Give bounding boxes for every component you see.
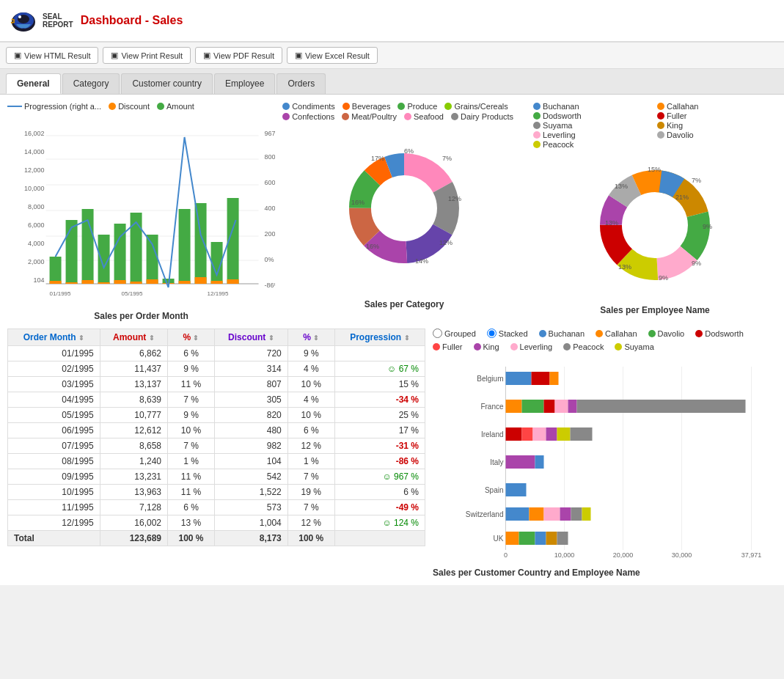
cell-month: 08/1995 bbox=[8, 454, 100, 469]
cell-progression: ☺ 67 % bbox=[334, 361, 425, 377]
suyama-dot bbox=[533, 122, 541, 129]
svg-text:2,000: 2,000 bbox=[28, 258, 45, 265]
buchanan-dot bbox=[533, 103, 541, 110]
tab-category[interactable]: Category bbox=[62, 73, 120, 94]
svg-rect-111 bbox=[506, 427, 522, 441]
col-amount: Amount ⇕ bbox=[100, 329, 167, 346]
cell-amt-pct: 7 % bbox=[168, 392, 215, 408]
svg-rect-113 bbox=[533, 427, 546, 441]
table-row: 09/1995 13,231 11 % 542 7 % ☺ 967 % bbox=[8, 469, 425, 485]
sales-table: Order Month ⇕ Amount ⇕ % ⇕ Discount ⇕ % … bbox=[7, 329, 425, 546]
grouped-label: Grouped bbox=[444, 329, 476, 338]
cell-disc-pct: 6 % bbox=[287, 423, 334, 438]
cell-disc-pct: 12 % bbox=[287, 515, 334, 531]
svg-text:16%: 16% bbox=[366, 243, 379, 250]
svg-rect-110 bbox=[577, 400, 746, 413]
sort-order-month[interactable]: ⇕ bbox=[78, 334, 84, 342]
svg-text:12/1995: 12/1995 bbox=[208, 290, 229, 297]
cell-discount: 1,522 bbox=[214, 485, 287, 500]
pdf-icon: ▣ bbox=[203, 51, 210, 60]
cell-progression: 15 % bbox=[334, 377, 425, 392]
svg-text:16,002: 16,002 bbox=[24, 130, 45, 137]
table-row: 01/1995 6,862 6 % 720 9 % bbox=[8, 346, 425, 361]
svg-rect-108 bbox=[555, 400, 568, 413]
svg-text:Spain: Spain bbox=[485, 486, 504, 494]
cell-amt-pct: 1 % bbox=[168, 454, 215, 469]
svg-rect-118 bbox=[535, 455, 544, 469]
svg-rect-44 bbox=[131, 282, 142, 284]
cell-amount: 13,137 bbox=[100, 377, 167, 392]
svg-text:600%: 600% bbox=[265, 179, 276, 186]
tab-customer-country[interactable]: Customer country bbox=[121, 73, 213, 94]
svg-point-62 bbox=[373, 177, 435, 239]
svg-rect-28 bbox=[66, 220, 78, 284]
svg-text:12%: 12% bbox=[439, 239, 453, 246]
excel-result-button[interactable]: ▣ View Excel Result bbox=[287, 47, 378, 64]
grouped-radio[interactable] bbox=[433, 329, 442, 338]
grouped-radio-label[interactable]: Grouped bbox=[433, 329, 476, 338]
chart-radio-group: Grouped Stacked Buchanan Callahan Davoli… bbox=[433, 329, 777, 338]
svg-text:13%: 13% bbox=[605, 219, 618, 227]
hbar-legend-row2: Fuller King Leverling Peacock Suyama bbox=[433, 342, 777, 351]
category-donut-svg: 7% 12% 12% 14% 16% 16% 17% 6% bbox=[282, 124, 526, 293]
svg-text:01/1995: 01/1995 bbox=[50, 290, 71, 297]
svg-rect-33 bbox=[147, 235, 158, 284]
html-result-button[interactable]: ▣ View HTML Result bbox=[6, 47, 98, 64]
svg-text:14%: 14% bbox=[415, 257, 428, 265]
legend-discount: Discount bbox=[109, 102, 150, 111]
cell-progression: -49 % bbox=[334, 500, 425, 515]
sort-amount[interactable]: ⇕ bbox=[149, 334, 155, 342]
cell-disc-pct: 10 % bbox=[287, 377, 334, 392]
cell-amt-pct: 11 % bbox=[168, 485, 215, 500]
svg-text:05/1995: 05/1995 bbox=[122, 290, 143, 297]
sort-progression[interactable]: ⇕ bbox=[404, 334, 410, 342]
hbar-king-dot bbox=[474, 343, 481, 350]
print-result-button[interactable]: ▣ View Print Result bbox=[103, 47, 191, 64]
col-order-month: Order Month ⇕ bbox=[8, 329, 100, 346]
svg-text:17%: 17% bbox=[371, 155, 384, 162]
svg-rect-109 bbox=[568, 400, 577, 413]
hbar-peacock-dot bbox=[563, 343, 571, 350]
svg-text:104: 104 bbox=[34, 276, 45, 284]
sort-disc-pct[interactable]: ⇕ bbox=[313, 334, 319, 342]
pdf-result-button[interactable]: ▣ View PDF Result bbox=[195, 47, 282, 64]
total-amt-pct: 100 % bbox=[168, 531, 215, 546]
svg-text:9%: 9% bbox=[692, 260, 701, 267]
tab-orders[interactable]: Orders bbox=[276, 73, 326, 94]
cell-disc-pct: 7 % bbox=[287, 469, 334, 485]
stacked-radio-label[interactable]: Stacked bbox=[487, 329, 528, 338]
tab-employee[interactable]: Employee bbox=[214, 73, 275, 94]
table-row: 05/1995 10,777 9 % 820 10 % 25 % bbox=[8, 408, 425, 423]
svg-text:15%: 15% bbox=[648, 166, 661, 173]
main-content: Progression (right a... Discount Amount … bbox=[0, 95, 784, 585]
svg-text:6%: 6% bbox=[404, 147, 414, 155]
cell-discount: 1,004 bbox=[214, 515, 287, 531]
stacked-radio[interactable] bbox=[487, 329, 497, 338]
progression-line-icon bbox=[7, 106, 22, 107]
tab-general[interactable]: General bbox=[6, 73, 61, 94]
cell-amt-pct: 11 % bbox=[168, 469, 215, 485]
cell-amount: 16,002 bbox=[100, 515, 167, 531]
chart-sales-order-month: Progression (right a... Discount Amount … bbox=[7, 102, 275, 321]
svg-text:10,000: 10,000 bbox=[24, 185, 45, 192]
total-amount: 123,689 bbox=[100, 531, 167, 546]
chart-sales-employee: Buchanan Callahan Dodsworth Fuller Suyam… bbox=[533, 102, 777, 321]
chart3-title: Sales per Employee Name bbox=[533, 305, 777, 315]
sort-discount[interactable]: ⇕ bbox=[268, 334, 274, 342]
svg-text:-86%: -86% bbox=[265, 282, 276, 289]
svg-rect-122 bbox=[544, 507, 560, 521]
cell-discount: 104 bbox=[214, 454, 287, 469]
cell-month: 12/1995 bbox=[8, 515, 100, 531]
svg-rect-117 bbox=[506, 455, 535, 469]
hbar-suyama-dot bbox=[615, 343, 622, 350]
html-icon: ▣ bbox=[14, 51, 21, 60]
sort-amt-pct[interactable]: ⇕ bbox=[193, 334, 199, 342]
charts-row: Progression (right a... Discount Amount … bbox=[7, 102, 777, 321]
cell-discount: 820 bbox=[214, 408, 287, 423]
svg-rect-102 bbox=[506, 372, 532, 385]
svg-text:12%: 12% bbox=[448, 195, 461, 202]
svg-text:9%: 9% bbox=[659, 274, 668, 282]
peacock-dot bbox=[657, 131, 664, 139]
logo-text: SEALREPORT bbox=[43, 12, 73, 29]
confections-dot bbox=[282, 113, 290, 120]
